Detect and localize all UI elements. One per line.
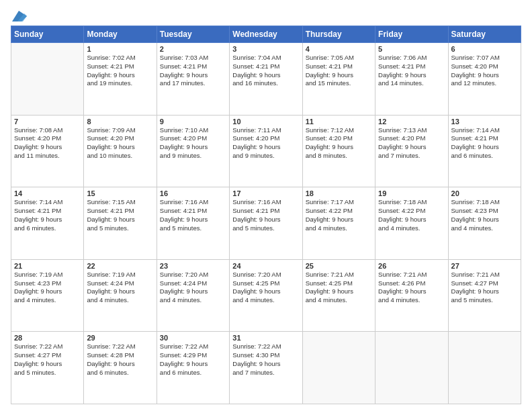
day-info: Sunrise: 7:14 AMSunset: 4:21 PMDaylight:… xyxy=(451,126,518,161)
day-info: Sunrise: 7:04 AMSunset: 4:21 PMDaylight:… xyxy=(232,54,299,88)
calendar-cell: 13Sunrise: 7:14 AMSunset: 4:21 PMDayligh… xyxy=(448,115,521,187)
day-info: Sunrise: 7:22 AMSunset: 4:28 PMDaylight:… xyxy=(87,342,153,377)
weekday-header: Sunday xyxy=(11,26,84,43)
calendar-cell: 12Sunrise: 7:13 AMSunset: 4:20 PMDayligh… xyxy=(375,115,448,187)
day-number: 6 xyxy=(451,45,518,53)
day-number: 22 xyxy=(87,262,153,270)
calendar-cell: 2Sunrise: 7:03 AMSunset: 4:21 PMDaylight… xyxy=(157,43,229,116)
day-info: Sunrise: 7:12 AMSunset: 4:20 PMDaylight:… xyxy=(306,126,372,161)
weekday-header: Saturday xyxy=(448,26,521,43)
calendar-cell: 20Sunrise: 7:18 AMSunset: 4:23 PMDayligh… xyxy=(448,187,521,260)
calendar: SundayMondayTuesdayWednesdayThursdayFrid… xyxy=(11,26,521,404)
calendar-cell: 10Sunrise: 7:11 AMSunset: 4:20 PMDayligh… xyxy=(230,115,302,187)
logo xyxy=(11,9,27,21)
day-info: Sunrise: 7:18 AMSunset: 4:23 PMDaylight:… xyxy=(451,198,518,232)
calendar-cell: 21Sunrise: 7:19 AMSunset: 4:23 PMDayligh… xyxy=(11,259,84,332)
calendar-cell: 31Sunrise: 7:22 AMSunset: 4:30 PMDayligh… xyxy=(230,332,302,404)
calendar-cell: 3Sunrise: 7:04 AMSunset: 4:21 PMDaylight… xyxy=(230,43,302,116)
weekday-header: Wednesday xyxy=(230,26,302,43)
header xyxy=(11,7,521,21)
day-info: Sunrise: 7:09 AMSunset: 4:20 PMDaylight:… xyxy=(87,126,153,161)
day-number: 10 xyxy=(232,118,299,126)
day-number: 14 xyxy=(14,189,81,197)
weekday-header: Tuesday xyxy=(157,26,229,43)
day-number: 12 xyxy=(378,118,445,126)
day-number: 3 xyxy=(232,45,299,53)
calendar-header-row: SundayMondayTuesdayWednesdayThursdayFrid… xyxy=(11,26,521,43)
calendar-week-row: 28Sunrise: 7:22 AMSunset: 4:27 PMDayligh… xyxy=(11,332,521,404)
day-number: 28 xyxy=(14,334,81,342)
day-info: Sunrise: 7:05 AMSunset: 4:21 PMDaylight:… xyxy=(306,54,372,88)
day-info: Sunrise: 7:08 AMSunset: 4:20 PMDaylight:… xyxy=(14,126,81,161)
calendar-cell xyxy=(448,332,521,404)
weekday-header: Monday xyxy=(84,26,157,43)
day-info: Sunrise: 7:20 AMSunset: 4:24 PMDaylight:… xyxy=(160,271,226,305)
calendar-cell: 7Sunrise: 7:08 AMSunset: 4:20 PMDaylight… xyxy=(11,115,84,187)
day-number: 17 xyxy=(232,189,299,197)
day-info: Sunrise: 7:16 AMSunset: 4:21 PMDaylight:… xyxy=(160,198,226,232)
calendar-cell xyxy=(375,332,448,404)
day-info: Sunrise: 7:19 AMSunset: 4:23 PMDaylight:… xyxy=(14,271,81,305)
day-number: 4 xyxy=(306,45,372,53)
day-info: Sunrise: 7:21 AMSunset: 4:25 PMDaylight:… xyxy=(306,271,372,305)
calendar-cell: 1Sunrise: 7:02 AMSunset: 4:21 PMDaylight… xyxy=(84,43,157,116)
day-number: 9 xyxy=(160,118,226,126)
calendar-cell: 24Sunrise: 7:20 AMSunset: 4:25 PMDayligh… xyxy=(230,259,302,332)
day-number: 13 xyxy=(451,118,518,126)
day-info: Sunrise: 7:21 AMSunset: 4:27 PMDaylight:… xyxy=(451,271,518,305)
page: SundayMondayTuesdayWednesdayThursdayFrid… xyxy=(0,0,532,411)
day-info: Sunrise: 7:22 AMSunset: 4:27 PMDaylight:… xyxy=(14,342,81,377)
day-number: 24 xyxy=(232,262,299,270)
weekday-header: Friday xyxy=(375,26,448,43)
calendar-cell: 18Sunrise: 7:17 AMSunset: 4:22 PMDayligh… xyxy=(302,187,375,260)
day-info: Sunrise: 7:16 AMSunset: 4:21 PMDaylight:… xyxy=(232,198,299,232)
day-number: 23 xyxy=(160,262,226,270)
calendar-cell: 27Sunrise: 7:21 AMSunset: 4:27 PMDayligh… xyxy=(448,259,521,332)
day-info: Sunrise: 7:22 AMSunset: 4:30 PMDaylight:… xyxy=(232,342,299,377)
calendar-cell: 19Sunrise: 7:18 AMSunset: 4:22 PMDayligh… xyxy=(375,187,448,260)
day-number: 1 xyxy=(87,45,153,53)
calendar-week-row: 1Sunrise: 7:02 AMSunset: 4:21 PMDaylight… xyxy=(11,43,521,116)
calendar-week-row: 7Sunrise: 7:08 AMSunset: 4:20 PMDaylight… xyxy=(11,115,521,187)
calendar-cell: 8Sunrise: 7:09 AMSunset: 4:20 PMDaylight… xyxy=(84,115,157,187)
calendar-week-row: 14Sunrise: 7:14 AMSunset: 4:21 PMDayligh… xyxy=(11,187,521,260)
day-info: Sunrise: 7:15 AMSunset: 4:21 PMDaylight:… xyxy=(87,198,153,232)
calendar-cell: 22Sunrise: 7:19 AMSunset: 4:24 PMDayligh… xyxy=(84,259,157,332)
day-info: Sunrise: 7:21 AMSunset: 4:26 PMDaylight:… xyxy=(378,271,445,305)
day-number: 16 xyxy=(160,189,226,197)
calendar-cell: 4Sunrise: 7:05 AMSunset: 4:21 PMDaylight… xyxy=(302,43,375,116)
day-info: Sunrise: 7:06 AMSunset: 4:21 PMDaylight:… xyxy=(378,54,445,88)
day-info: Sunrise: 7:19 AMSunset: 4:24 PMDaylight:… xyxy=(87,271,153,305)
calendar-cell: 23Sunrise: 7:20 AMSunset: 4:24 PMDayligh… xyxy=(157,259,229,332)
day-number: 18 xyxy=(306,189,372,197)
calendar-cell: 30Sunrise: 7:22 AMSunset: 4:29 PMDayligh… xyxy=(157,332,229,404)
day-number: 31 xyxy=(232,334,299,342)
day-number: 15 xyxy=(87,189,153,197)
day-number: 20 xyxy=(451,189,518,197)
day-number: 7 xyxy=(14,118,81,126)
calendar-week-row: 21Sunrise: 7:19 AMSunset: 4:23 PMDayligh… xyxy=(11,259,521,332)
day-number: 19 xyxy=(378,189,445,197)
day-info: Sunrise: 7:20 AMSunset: 4:25 PMDaylight:… xyxy=(232,271,299,305)
day-info: Sunrise: 7:18 AMSunset: 4:22 PMDaylight:… xyxy=(378,198,445,232)
calendar-cell: 11Sunrise: 7:12 AMSunset: 4:20 PMDayligh… xyxy=(302,115,375,187)
day-info: Sunrise: 7:02 AMSunset: 4:21 PMDaylight:… xyxy=(87,54,153,88)
calendar-cell: 29Sunrise: 7:22 AMSunset: 4:28 PMDayligh… xyxy=(84,332,157,404)
weekday-header: Thursday xyxy=(302,26,375,43)
day-number: 25 xyxy=(306,262,372,270)
calendar-cell: 25Sunrise: 7:21 AMSunset: 4:25 PMDayligh… xyxy=(302,259,375,332)
day-info: Sunrise: 7:11 AMSunset: 4:20 PMDaylight:… xyxy=(232,126,299,161)
day-info: Sunrise: 7:07 AMSunset: 4:20 PMDaylight:… xyxy=(451,54,518,88)
calendar-cell: 26Sunrise: 7:21 AMSunset: 4:26 PMDayligh… xyxy=(375,259,448,332)
calendar-cell: 28Sunrise: 7:22 AMSunset: 4:27 PMDayligh… xyxy=(11,332,84,404)
day-info: Sunrise: 7:10 AMSunset: 4:20 PMDaylight:… xyxy=(160,126,226,161)
day-number: 30 xyxy=(160,334,226,342)
calendar-cell: 6Sunrise: 7:07 AMSunset: 4:20 PMDaylight… xyxy=(448,43,521,116)
calendar-cell: 17Sunrise: 7:16 AMSunset: 4:21 PMDayligh… xyxy=(230,187,302,260)
day-info: Sunrise: 7:03 AMSunset: 4:21 PMDaylight:… xyxy=(160,54,226,88)
day-number: 26 xyxy=(378,262,445,270)
day-info: Sunrise: 7:14 AMSunset: 4:21 PMDaylight:… xyxy=(14,198,81,232)
day-number: 2 xyxy=(160,45,226,53)
logo-icon xyxy=(12,11,27,21)
calendar-cell: 9Sunrise: 7:10 AMSunset: 4:20 PMDaylight… xyxy=(157,115,229,187)
